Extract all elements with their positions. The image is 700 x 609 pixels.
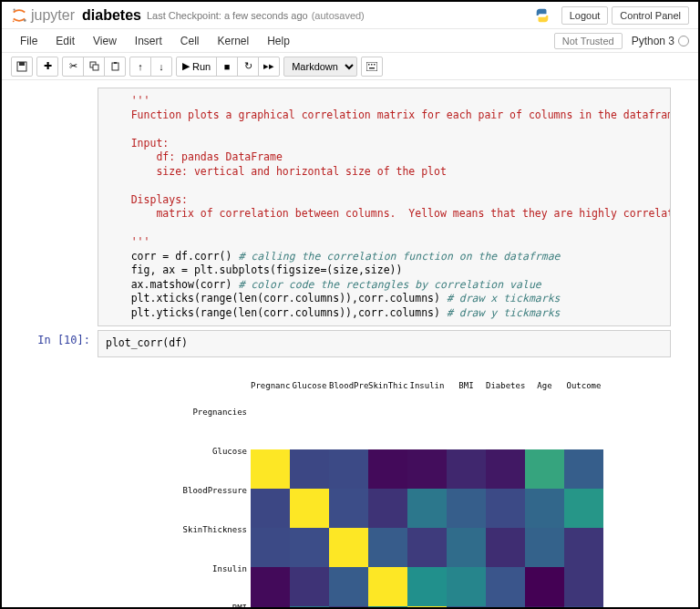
code-cell-body[interactable]: plot_corr(df) bbox=[98, 330, 671, 357]
heatmap-cell bbox=[368, 567, 407, 606]
heatmap-cell bbox=[407, 489, 447, 528]
menu-file[interactable]: File bbox=[11, 32, 46, 50]
restart-button[interactable]: ↻ bbox=[237, 57, 259, 77]
svg-rect-9 bbox=[366, 62, 377, 71]
jupyter-logo[interactable]: jupyter bbox=[11, 7, 75, 24]
heatmap-cell bbox=[368, 528, 407, 567]
copy-button[interactable] bbox=[83, 57, 105, 77]
stop-icon: ■ bbox=[224, 61, 231, 72]
save-button[interactable] bbox=[11, 57, 33, 77]
heatmap-cell bbox=[329, 489, 368, 528]
heatmap-cell bbox=[290, 528, 329, 567]
heatmap-y-label: SkinThickness bbox=[160, 511, 251, 550]
python-icon bbox=[534, 7, 551, 24]
not-trusted-button[interactable]: Not Trusted bbox=[554, 33, 623, 49]
menu-kernel[interactable]: Kernel bbox=[209, 32, 259, 50]
heatmap-x-label: Outcome bbox=[564, 380, 603, 391]
heatmap-cell bbox=[329, 567, 368, 606]
notebook-name[interactable]: diabetes bbox=[82, 7, 141, 24]
heatmap-cell bbox=[290, 489, 329, 528]
input-prompt: In [10]: bbox=[29, 330, 98, 357]
jupyter-wordmark: jupyter bbox=[31, 7, 75, 24]
heatmap-cell bbox=[251, 606, 290, 607]
menu-cell[interactable]: Cell bbox=[171, 32, 209, 50]
heatmap-cell bbox=[251, 528, 290, 567]
heatmap-cell bbox=[525, 606, 564, 607]
cut-icon: ✂ bbox=[69, 60, 77, 72]
control-panel-button[interactable]: Control Panel bbox=[612, 6, 689, 25]
heatmap-y-label: Pregnancies bbox=[160, 393, 251, 432]
move-down-button[interactable]: ↓ bbox=[150, 57, 172, 77]
heatmap-x-label: Insulin bbox=[407, 380, 447, 391]
heatmap-cell bbox=[368, 489, 407, 528]
heatmap-cell bbox=[447, 528, 486, 567]
autosaved-text: (autosaved) bbox=[312, 10, 365, 21]
code-cell[interactable]: In [10]: plot_corr(df) bbox=[29, 330, 671, 357]
menu-help[interactable]: Help bbox=[258, 32, 299, 50]
jupyter-icon bbox=[11, 7, 27, 24]
keyboard-icon bbox=[366, 62, 377, 71]
heatmap-cell bbox=[329, 606, 368, 607]
heatmap-x-label: DiabetesPedigreeFunction bbox=[486, 380, 525, 391]
menu-insert[interactable]: Insert bbox=[126, 32, 171, 50]
heatmap-cell bbox=[329, 528, 368, 567]
run-button[interactable]: ▶Run bbox=[176, 57, 217, 77]
logout-button[interactable]: Logout bbox=[561, 6, 609, 25]
save-icon bbox=[16, 61, 27, 72]
heatmap-cell bbox=[486, 449, 525, 489]
svg-rect-11 bbox=[371, 64, 373, 66]
arrow-up-icon: ↑ bbox=[138, 61, 143, 72]
cell-type-select[interactable]: Markdown bbox=[283, 57, 357, 77]
output-prompt bbox=[29, 361, 98, 607]
svg-rect-6 bbox=[93, 65, 98, 70]
heatmap-cell bbox=[525, 567, 564, 606]
heatmap-y-label: BloodPressure bbox=[160, 471, 251, 511]
heatmap-cell bbox=[290, 449, 329, 489]
menu-edit[interactable]: Edit bbox=[46, 32, 84, 50]
heatmap-x-label: Pregnancies bbox=[251, 380, 290, 391]
heatmap-cell bbox=[447, 489, 486, 528]
insert-cell-button[interactable]: ✚ bbox=[36, 57, 58, 77]
heatmap-cell bbox=[407, 449, 447, 489]
heatmap-cell bbox=[564, 606, 603, 607]
heatmap-cell bbox=[407, 528, 447, 567]
cut-button[interactable]: ✂ bbox=[62, 57, 84, 77]
heatmap-x-label: SkinThickness bbox=[368, 380, 407, 391]
heatmap-y-label: BMI bbox=[160, 589, 251, 607]
plus-icon: ✚ bbox=[44, 60, 52, 72]
kernel-indicator[interactable]: Python 3 bbox=[632, 35, 689, 47]
heatmap-cell bbox=[486, 567, 525, 606]
heatmap-cell bbox=[564, 449, 603, 489]
paste-button[interactable] bbox=[104, 57, 126, 77]
heatmap-cell bbox=[525, 489, 564, 528]
copy-icon bbox=[89, 61, 99, 71]
svg-rect-10 bbox=[368, 64, 370, 66]
heatmap-y-label: Glucose bbox=[160, 432, 251, 471]
move-up-button[interactable]: ↑ bbox=[129, 57, 151, 77]
menu-view[interactable]: View bbox=[84, 32, 126, 50]
checkpoint-text: Last Checkpoint: a few seconds ago bbox=[147, 10, 308, 21]
fast-forward-icon: ▸▸ bbox=[263, 60, 274, 72]
heatmap-cell bbox=[407, 567, 447, 606]
heatmap-cell bbox=[368, 449, 407, 489]
heatmap-cell bbox=[290, 606, 329, 607]
svg-rect-12 bbox=[374, 64, 376, 66]
restart-run-all-button[interactable]: ▸▸ bbox=[258, 57, 280, 77]
heatmap-cell bbox=[251, 449, 290, 489]
notebook-container[interactable]: ''' Function plots a graphical correlati… bbox=[2, 80, 698, 607]
kernel-name: Python 3 bbox=[632, 35, 674, 47]
heatmap-cell bbox=[486, 606, 525, 607]
heatmap-cell bbox=[447, 567, 486, 606]
interrupt-button[interactable]: ■ bbox=[216, 57, 238, 77]
menubar: File Edit View Insert Cell Kernel Help N… bbox=[2, 29, 698, 53]
heatmap-cell bbox=[564, 489, 603, 528]
command-palette-button[interactable] bbox=[361, 57, 383, 77]
heatmap-cell bbox=[251, 567, 290, 606]
svg-point-0 bbox=[14, 8, 15, 10]
code-cell[interactable]: ''' Function plots a graphical correlati… bbox=[29, 88, 671, 326]
code-cell-body[interactable]: ''' Function plots a graphical correlati… bbox=[98, 88, 671, 326]
heatmap-x-label: BloodPressure bbox=[329, 380, 368, 391]
heatmap-cell bbox=[486, 489, 525, 528]
notebook-header: jupyter diabetes Last Checkpoint: a few … bbox=[2, 2, 698, 29]
restart-icon: ↻ bbox=[244, 60, 252, 72]
